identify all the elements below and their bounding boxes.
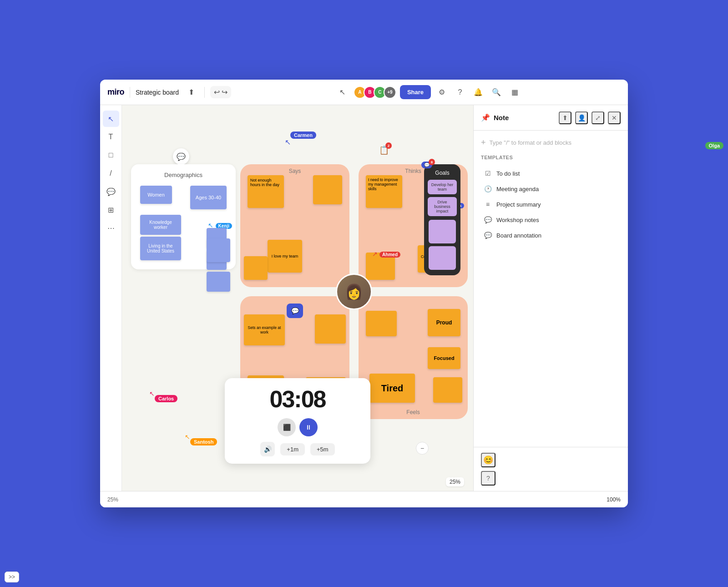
feels-sticky-2[interactable] <box>366 311 397 336</box>
timer-stop-button[interactable]: ⬛ <box>278 418 296 436</box>
undo-redo-group: ↩ ↪ <box>210 86 231 98</box>
tool-more[interactable]: ⋯ <box>103 220 119 236</box>
timer-seconds: 08 <box>301 386 326 412</box>
says-sticky-2[interactable] <box>313 175 342 204</box>
says-sticky-4[interactable] <box>244 256 268 280</box>
board-name[interactable]: Strategic board <box>136 89 179 96</box>
tool-shape[interactable]: □ <box>103 147 119 163</box>
add-block-row[interactable]: + Type "/" to format or add blocks <box>481 138 621 147</box>
meeting-icon: 🕐 <box>484 185 492 193</box>
canvas-area[interactable]: ↖ Carmen 💬 Demographics Women Ages 30-40 <box>122 105 473 491</box>
panel-close-button[interactable]: ✕ <box>608 111 621 124</box>
project-icon: ≡ <box>484 200 492 208</box>
board-icon: 💬 <box>484 231 492 239</box>
timer-volume-button[interactable]: 🔊 <box>260 442 275 456</box>
notif-count: 8 <box>429 159 435 165</box>
feels-proud[interactable]: Proud <box>428 309 460 336</box>
template-workshop-label: Workshop notes <box>496 217 539 223</box>
panel-share-button[interactable]: ⬆ <box>559 111 571 124</box>
thinks-sticky-2[interactable]: I need to improve my management skills <box>366 175 402 208</box>
does-chat-icon[interactable]: 💬 <box>287 304 303 318</box>
panel-help2-button[interactable]: ? <box>481 471 495 486</box>
thinks-label: Thinks <box>405 168 421 174</box>
scroll-down-button[interactable]: − <box>416 442 429 455</box>
add-icon: + <box>481 138 486 147</box>
template-board-label: Board annotation <box>496 232 541 239</box>
topbar-center: ↖ A B C +9 Share ⚙ ? 🔔 🔍 ▦ <box>237 85 621 100</box>
tool-text[interactable]: T <box>103 129 119 145</box>
goals-sticky-1[interactable] <box>429 220 456 243</box>
says-sticky-1[interactable]: Not enough hours in the day <box>248 175 284 208</box>
does-sticky-1[interactable]: Sets an example at work <box>244 314 285 345</box>
sticky-blue-3[interactable] <box>207 272 230 292</box>
cursor-label-santosh: Santosh <box>190 438 217 445</box>
redo-button[interactable]: ↪ <box>222 88 228 96</box>
panel-expand-button[interactable]: ⤢ <box>592 111 604 124</box>
grid-button[interactable]: ▦ <box>507 85 522 100</box>
feels-focused[interactable]: Focused <box>428 347 460 369</box>
persona-avatar: 👩 <box>336 273 372 310</box>
sticky-women[interactable]: Women <box>140 186 172 204</box>
does-sticky-2[interactable] <box>315 314 346 344</box>
feels-tired[interactable]: Tired <box>369 374 415 403</box>
goals-card: Goals Develop her team Drive business im… <box>424 164 460 275</box>
timer-widget: 03:08 ⬛ ⏸ 🔊 +1m +5m <box>225 378 370 464</box>
tool-frame[interactable]: ⊞ <box>103 202 119 218</box>
upload-button[interactable]: ⬆ <box>184 85 199 100</box>
search-button[interactable]: 🔍 <box>489 85 504 100</box>
timer-add-1m-button[interactable]: +1m <box>280 443 305 455</box>
goals-item-2[interactable]: Drive business impact <box>428 197 457 216</box>
template-todo-label: To do list <box>496 170 520 177</box>
says-sticky-3[interactable]: I love my team <box>268 240 302 273</box>
help-button[interactable]: ? <box>453 85 467 100</box>
bell-button[interactable]: 🔔 <box>471 85 485 100</box>
bottom-right-icons: 100% <box>607 496 621 503</box>
cursor-ahmed: ↗ Ahmed <box>372 250 400 258</box>
template-todo[interactable]: ☑ To do list <box>481 166 621 181</box>
notif-icon: 💬 8 <box>421 162 432 168</box>
cursor-tool-button[interactable]: ↖ <box>335 85 350 100</box>
template-project[interactable]: ≡ Project summary <box>481 197 621 212</box>
goals-item-1[interactable]: Develop her team <box>428 180 457 194</box>
template-board[interactable]: 💬 Board annotation <box>481 228 621 243</box>
goals-sticky-2[interactable] <box>429 246 456 270</box>
canvas-chat-icon-top[interactable]: 💬 <box>173 148 189 165</box>
pin-icon: 📌 <box>481 113 490 122</box>
miro-logo: miro <box>107 87 124 97</box>
sticky-living[interactable]: Living in the United States <box>140 237 181 260</box>
share-button[interactable]: Share <box>400 85 431 99</box>
status-bar: 25% 100% <box>100 491 628 507</box>
timer-add-5m-button[interactable]: +5m <box>310 443 335 455</box>
timer-colon: : <box>294 386 301 412</box>
panel-user-button[interactable]: 👤 <box>575 111 588 124</box>
left-toolbar: ↖ T □ / 💬 ⊞ ⋯ >> <box>100 105 122 491</box>
canvas-notif-badge: 📋 2 <box>379 145 389 155</box>
cursor-carmen: ↖ <box>285 138 291 147</box>
cursor-label-carlos: Carlos <box>155 395 177 402</box>
tool-sticky[interactable]: 💬 <box>103 183 119 200</box>
sticky-knowledge[interactable]: Knowledge worker <box>140 215 181 235</box>
sticky-ages[interactable]: Ages 30-40 <box>190 186 227 209</box>
undo-button[interactable]: ↩ <box>214 88 220 96</box>
template-meeting[interactable]: 🕐 Meeting agenda <box>481 181 621 197</box>
notif-badge-count: 2 <box>385 142 392 149</box>
sticky-blue-4[interactable] <box>207 238 230 262</box>
tool-cursor[interactable]: ↖ <box>103 111 119 127</box>
goals-title: Goals <box>428 170 457 176</box>
feels-sticky-5[interactable] <box>433 377 462 403</box>
tool-line[interactable]: / <box>103 165 119 182</box>
quadrant-says: Says Not enough hours in the day I love … <box>240 164 349 287</box>
avatar-count[interactable]: +9 <box>384 86 396 99</box>
demographics-title: Demographics <box>138 172 228 178</box>
settings-button[interactable]: ⚙ <box>435 85 449 100</box>
avatar-group: A B C +9 <box>354 86 396 99</box>
cursor-carlos: ↖ <box>149 390 155 398</box>
timer-minutes: 03 <box>269 386 294 412</box>
template-workshop[interactable]: 💬 Workshop notes <box>481 212 621 228</box>
canvas-zoom-percent[interactable]: 25% <box>446 477 464 486</box>
feels-label: Feels <box>406 409 420 415</box>
panel-emoji-button[interactable]: 😊 <box>481 453 495 467</box>
canvas-zoom-label: 25% <box>107 496 118 503</box>
timer-pause-button[interactable]: ⏸ <box>299 418 318 436</box>
app-window: miro Strategic board ⬆ ↩ ↪ ↖ A B C +9 Sh… <box>100 80 628 507</box>
